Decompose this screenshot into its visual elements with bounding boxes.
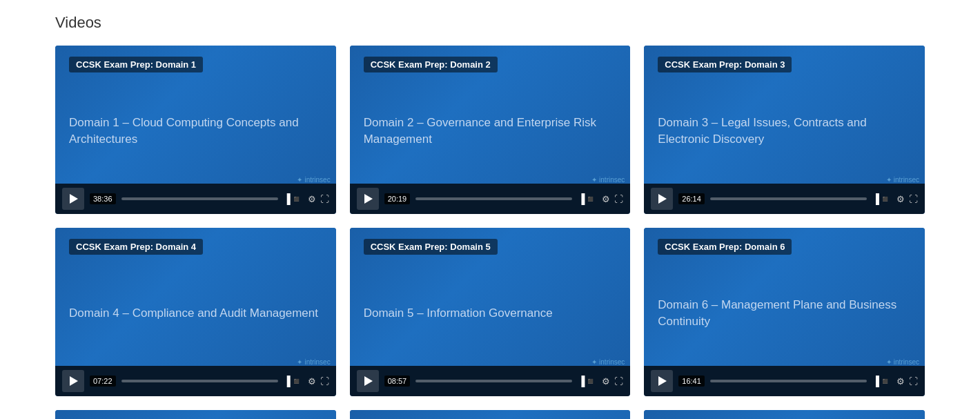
video-content-domain1: CCSK Exam Prep: Domain 1 Domain 1 – Clou… xyxy=(55,46,336,184)
volume-icon-domain6: ▐◾ xyxy=(872,376,891,387)
play-button-domain1[interactable] xyxy=(62,188,84,210)
ctrl-icons-domain6: ⚙ ⛶ xyxy=(896,376,918,387)
video-card-domain2[interactable]: CCSK Exam Prep: Domain 2 Domain 2 – Gove… xyxy=(350,46,631,214)
volume-icon-domain5: ▐◾ xyxy=(578,376,596,387)
video-content-domain8: CCSK Exam Prep: Domain 8 xyxy=(350,410,631,419)
video-card-domain5[interactable]: CCSK Exam Prep: Domain 5 Domain 5 – Info… xyxy=(350,228,631,396)
fullscreen-icon-domain4[interactable]: ⛶ xyxy=(320,376,329,387)
video-controls-domain4: 07:22 ▐◾ ⚙ ⛶ xyxy=(55,366,336,396)
video-card-domain8[interactable]: CCSK Exam Prep: Domain 8 xyxy=(350,410,631,419)
volume-icon-domain2: ▐◾ xyxy=(578,193,596,204)
video-content-domain3: CCSK Exam Prep: Domain 3 Domain 3 – Lega… xyxy=(644,46,925,184)
ctrl-icons-domain4: ⚙ ⛶ xyxy=(308,376,329,387)
domain-title-domain1: Domain 1 – Cloud Computing Concepts and … xyxy=(69,86,322,175)
domain-badge-domain6: CCSK Exam Prep: Domain 6 xyxy=(658,239,792,255)
settings-icon-domain4[interactable]: ⚙ xyxy=(308,376,316,387)
video-controls-domain3: 26:14 ▐◾ ⚙ ⛶ xyxy=(644,184,925,214)
video-content-domain4: CCSK Exam Prep: Domain 4 Domain 4 – Comp… xyxy=(55,228,336,366)
domain-badge-domain5: CCSK Exam Prep: Domain 5 xyxy=(364,239,498,255)
ctrl-icons-domain1: ⚙ ⛶ xyxy=(308,194,329,204)
intrinsec-logo-domain2: intrinsec xyxy=(591,176,625,184)
video-card-domain9[interactable]: CCSK Exam Prep: Domain 9 xyxy=(644,410,925,419)
progress-bar-domain6[interactable] xyxy=(710,380,867,382)
progress-bar-domain3[interactable] xyxy=(710,197,867,200)
play-button-domain3[interactable] xyxy=(651,188,673,210)
intrinsec-logo-domain4: intrinsec xyxy=(297,358,330,366)
domain-badge-domain3: CCSK Exam Prep: Domain 3 xyxy=(658,57,792,72)
duration-domain3: 26:14 xyxy=(678,193,705,204)
video-content-domain9: CCSK Exam Prep: Domain 9 xyxy=(644,410,925,419)
duration-domain4: 07:22 xyxy=(90,376,116,387)
settings-icon-domain6[interactable]: ⚙ xyxy=(896,376,905,387)
video-card-domain4[interactable]: CCSK Exam Prep: Domain 4 Domain 4 – Comp… xyxy=(55,228,336,396)
video-controls-domain5: 08:57 ▐◾ ⚙ ⛶ xyxy=(350,366,631,396)
duration-domain2: 20:19 xyxy=(384,193,411,204)
video-card-domain3[interactable]: CCSK Exam Prep: Domain 3 Domain 3 – Lega… xyxy=(644,46,925,214)
video-content-domain5: CCSK Exam Prep: Domain 5 Domain 5 – Info… xyxy=(350,228,631,366)
fullscreen-icon-domain3[interactable]: ⛶ xyxy=(909,194,918,204)
intrinsec-logo-domain1: intrinsec xyxy=(297,176,330,184)
domain-title-domain2: Domain 2 – Governance and Enterprise Ris… xyxy=(364,86,617,175)
intrinsec-logo-domain5: intrinsec xyxy=(591,358,625,366)
video-content-domain7: CCSK Exam Prep: Domain 7 xyxy=(55,410,336,419)
settings-icon-domain2[interactable]: ⚙ xyxy=(602,194,610,204)
play-button-domain5[interactable] xyxy=(357,370,379,392)
progress-bar-domain1[interactable] xyxy=(121,197,278,200)
progress-bar-domain4[interactable] xyxy=(121,380,278,382)
duration-domain6: 16:41 xyxy=(678,376,705,387)
domain-title-domain5: Domain 5 – Information Governance xyxy=(364,269,617,358)
ctrl-icons-domain3: ⚙ ⛶ xyxy=(896,194,918,204)
domain-title-domain4: Domain 4 – Compliance and Audit Manageme… xyxy=(69,269,322,358)
settings-icon-domain5[interactable]: ⚙ xyxy=(602,376,610,387)
settings-icon-domain3[interactable]: ⚙ xyxy=(896,194,905,204)
volume-icon-domain3: ▐◾ xyxy=(872,193,891,204)
videos-grid: CCSK Exam Prep: Domain 1 Domain 1 – Clou… xyxy=(55,46,925,419)
play-button-domain4[interactable] xyxy=(62,370,84,392)
video-card-domain7[interactable]: CCSK Exam Prep: Domain 7 xyxy=(55,410,336,419)
fullscreen-icon-domain5[interactable]: ⛶ xyxy=(614,376,623,387)
domain-title-domain3: Domain 3 – Legal Issues, Contracts and E… xyxy=(658,86,911,175)
intrinsec-logo-domain3: intrinsec xyxy=(886,176,919,184)
video-controls-domain1: 38:36 ▐◾ ⚙ ⛶ xyxy=(55,184,336,214)
progress-bar-domain2[interactable] xyxy=(415,197,572,200)
domain-title-domain6: Domain 6 – Management Plane and Business… xyxy=(658,269,911,358)
progress-bar-domain5[interactable] xyxy=(415,380,572,382)
section-title: Videos xyxy=(55,14,925,32)
domain-badge-domain4: CCSK Exam Prep: Domain 4 xyxy=(69,239,203,255)
domain-badge-domain1: CCSK Exam Prep: Domain 1 xyxy=(69,57,203,72)
video-controls-domain6: 16:41 ▐◾ ⚙ ⛶ xyxy=(644,366,925,396)
play-button-domain2[interactable] xyxy=(357,188,379,210)
video-card-domain6[interactable]: CCSK Exam Prep: Domain 6 Domain 6 – Mana… xyxy=(644,228,925,396)
video-content-domain6: CCSK Exam Prep: Domain 6 Domain 6 – Mana… xyxy=(644,228,925,366)
settings-icon-domain1[interactable]: ⚙ xyxy=(308,194,316,204)
intrinsec-logo-domain6: intrinsec xyxy=(886,358,919,366)
duration-domain1: 38:36 xyxy=(90,193,116,204)
video-controls-domain2: 20:19 ▐◾ ⚙ ⛶ xyxy=(350,184,631,214)
play-button-domain6[interactable] xyxy=(651,370,673,392)
video-content-domain2: CCSK Exam Prep: Domain 2 Domain 2 – Gove… xyxy=(350,46,631,184)
fullscreen-icon-domain6[interactable]: ⛶ xyxy=(909,376,918,387)
domain-badge-domain2: CCSK Exam Prep: Domain 2 xyxy=(364,57,498,72)
volume-icon-domain1: ▐◾ xyxy=(284,193,302,204)
ctrl-icons-domain5: ⚙ ⛶ xyxy=(602,376,623,387)
volume-icon-domain4: ▐◾ xyxy=(284,376,302,387)
fullscreen-icon-domain1[interactable]: ⛶ xyxy=(320,194,329,204)
duration-domain5: 08:57 xyxy=(384,376,411,387)
ctrl-icons-domain2: ⚙ ⛶ xyxy=(602,194,623,204)
video-card-domain1[interactable]: CCSK Exam Prep: Domain 1 Domain 1 – Clou… xyxy=(55,46,336,214)
fullscreen-icon-domain2[interactable]: ⛶ xyxy=(614,194,623,204)
